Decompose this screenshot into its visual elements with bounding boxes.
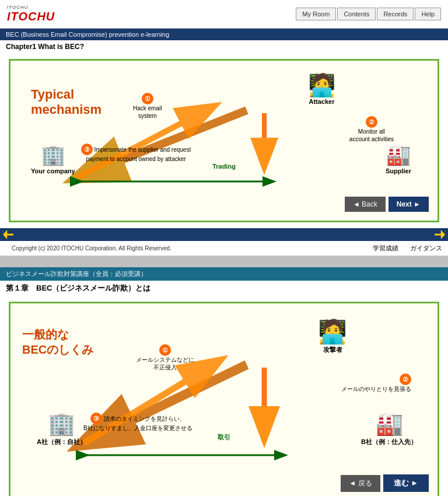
- attacker-label: Attacker: [308, 98, 335, 105]
- content-area: Typical mechanism: [0, 53, 448, 228]
- nav-myroom[interactable]: My Room: [296, 8, 336, 20]
- attacker-icon-jp: 🧑‍💻: [318, 318, 347, 345]
- building-b-icon: 🏭: [361, 411, 417, 436]
- footer-nav-records[interactable]: 学習成績: [373, 244, 398, 253]
- next-button[interactable]: Next ►: [388, 197, 429, 212]
- step1-circle-jp: ①: [159, 344, 171, 356]
- diagram-inner-jp: 一般的な BECのしくみ: [19, 315, 429, 470]
- step1-label: ① Hack email system: [133, 93, 162, 120]
- building-left: 🏢 Your company: [31, 143, 75, 174]
- supplier-label: Supplier: [386, 167, 411, 174]
- nav-contents[interactable]: Contents: [337, 8, 376, 20]
- building-left-jp: 🏢 A社（例：自社）: [37, 411, 86, 446]
- nav-records[interactable]: Records: [377, 8, 414, 20]
- chapter-title: Chapter1 What is BEC?: [0, 40, 448, 53]
- step3-circle: ③: [81, 144, 93, 155]
- diagram-inner: Typical mechanism: [19, 69, 429, 192]
- logo-main-text: ITOCHU: [7, 10, 55, 23]
- logo: ITOCHU ITOCHU: [7, 5, 55, 23]
- step1-label-jp: ① メールシステムなどに 不正侵入: [136, 344, 194, 371]
- header: ITOCHU ITOCHU My Room Contents Records H…: [0, 0, 448, 29]
- nav-help[interactable]: Help: [415, 8, 441, 20]
- separator: [0, 256, 448, 267]
- diagram-svg-jp: [19, 315, 334, 470]
- top-banner: BEC (Business Email Compromise) preventi…: [0, 29, 448, 40]
- step3-circle-jp: ③: [90, 413, 102, 424]
- diagram-box-jp: 一般的な BECのしくみ: [9, 302, 439, 496]
- step2-label: ② Monitor all account activities: [349, 116, 394, 143]
- building-right-icon: 🏭: [386, 143, 411, 166]
- content-area-jp: 一般的な BECのしくみ: [0, 296, 448, 496]
- company-a-label: A社（例：自社）: [37, 438, 86, 446]
- footer-nav-top: 学習成績 ガイダンス: [373, 244, 442, 253]
- attacker-figure: 🧑‍💻 Attacker: [308, 72, 335, 105]
- footer-row-top: Copyright (c) 2020 ITOCHU Corporation. A…: [0, 241, 448, 256]
- building-right-jp: 🏭 B社（例：仕入先）: [361, 411, 417, 446]
- attacker-icon: 🧑‍💻: [308, 72, 335, 98]
- step2-circle-jp: ②: [400, 373, 411, 385]
- attacker-figure-jp: 🧑‍💻 攻撃者: [318, 318, 347, 354]
- bottom-section: ビジネスメール詐欺対策講座（全員：必須受講） 第１章 BEC（ビジネスメール詐欺…: [0, 267, 448, 496]
- top-section: ITOCHU ITOCHU My Room Contents Records H…: [0, 0, 448, 256]
- diagram-box: Typical mechanism: [9, 59, 439, 222]
- company-b-label: B社（例：仕入先）: [361, 438, 417, 446]
- step3-label: ③ Impersonate the supplier and request p…: [78, 144, 194, 163]
- your-company-label: Your company: [31, 167, 75, 174]
- nav-row: ◄ Back Next ►: [19, 197, 429, 212]
- scroll-left-icon[interactable]: [3, 230, 13, 239]
- footer-nav-guidance[interactable]: ガイダンス: [410, 244, 442, 253]
- step2-circle: ②: [366, 116, 377, 128]
- trading-label-jp: 取引: [218, 433, 230, 442]
- nav-buttons: My Room Contents Records Help: [296, 8, 441, 20]
- step2-label-jp: ② メールのやりとりを見張る: [341, 373, 411, 393]
- footer-copyright-top: Copyright (c) 2020 ITOCHU Corporation. A…: [6, 243, 177, 254]
- step3-label-jp: ③ 請求のタイミングを見計らい、 B社になりすまし、入金口座を変更させる: [83, 413, 192, 432]
- bottom-bar-top: [0, 228, 448, 241]
- next-button-jp[interactable]: 進む ►: [383, 474, 429, 492]
- building-right: 🏭 Supplier: [386, 143, 411, 174]
- building-left-icon: 🏢: [31, 143, 75, 166]
- bottom-banner: ビジネスメール詐欺対策講座（全員：必須受講）: [0, 267, 448, 281]
- trading-label: Trading: [212, 163, 236, 170]
- logo-small-text: ITOCHU: [7, 5, 55, 10]
- nav-row-jp: ◄ 戻る 進む ►: [19, 474, 429, 492]
- back-button-jp[interactable]: ◄ 戻る: [341, 475, 380, 492]
- attacker-label-jp: 攻撃者: [318, 345, 347, 354]
- step1-circle: ①: [142, 93, 153, 104]
- chapter-title-jp: 第１章 BEC（ビジネスメール詐欺）とは: [0, 281, 448, 296]
- scroll-right-icon[interactable]: [435, 230, 445, 239]
- back-button[interactable]: ◄ Back: [345, 197, 386, 212]
- building-a-icon: 🏢: [37, 411, 86, 436]
